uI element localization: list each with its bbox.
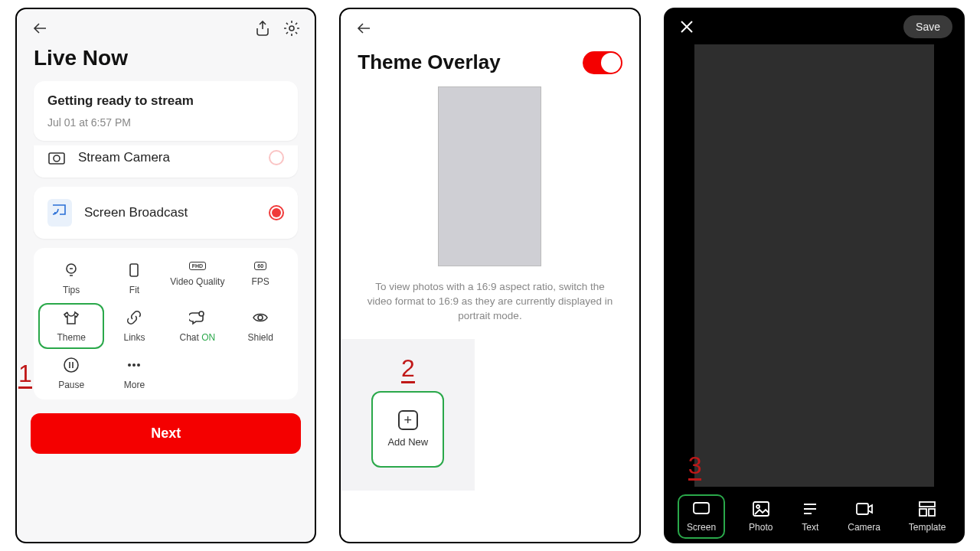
next-button[interactable]: Next	[31, 413, 301, 454]
options-grid: Tips Fit FHD Video Quality 60 FPS Theme	[34, 248, 298, 399]
svg-point-9	[132, 364, 136, 367]
svg-rect-15	[920, 502, 935, 507]
camera-icon	[855, 500, 874, 517]
svg-point-7	[64, 358, 78, 372]
back-button[interactable]	[31, 18, 51, 41]
radio-off-icon[interactable]	[269, 150, 284, 165]
svg-rect-11	[694, 503, 709, 514]
lightbulb-icon	[63, 262, 80, 279]
option-pause[interactable]: Pause	[41, 357, 101, 390]
pause-icon	[63, 357, 80, 373]
fhd-icon: FHD	[189, 262, 206, 270]
svg-point-5	[199, 311, 204, 316]
svg-point-13	[756, 505, 760, 508]
option-more[interactable]: More	[104, 357, 164, 390]
close-button[interactable]	[676, 16, 697, 37]
source-stream-camera[interactable]: Stream Camera	[34, 145, 298, 178]
header: Save	[665, 9, 963, 44]
settings-icon[interactable]	[283, 19, 301, 41]
screen-live-now: Live Now Getting ready to stream Jul 01 …	[15, 8, 316, 543]
option-video-quality[interactable]: FHD Video Quality	[168, 262, 227, 295]
page-title: Theme Overlay	[358, 51, 500, 74]
svg-point-2	[54, 155, 60, 161]
more-icon	[126, 357, 142, 373]
text-icon	[801, 500, 819, 517]
status-title: Getting ready to stream	[47, 93, 284, 109]
plus-icon: +	[398, 410, 418, 430]
option-fps[interactable]: 60 FPS	[230, 262, 290, 295]
editor-toolbar: Screen Photo Text Camera Template	[665, 491, 963, 542]
annotation-3: 3	[688, 452, 702, 481]
option-fit[interactable]: Fit	[104, 262, 164, 295]
shirt-icon	[63, 309, 80, 326]
svg-point-6	[258, 315, 263, 320]
overlay-toggle[interactable]	[583, 51, 622, 74]
status-timestamp: Jul 01 at 6:57 PM	[47, 116, 284, 129]
svg-rect-14	[857, 504, 868, 514]
fps-icon: 60	[254, 262, 266, 270]
tool-screen[interactable]: Screen	[678, 494, 725, 539]
source-label: Stream Camera	[78, 150, 170, 165]
option-links[interactable]: Links	[104, 309, 164, 343]
option-theme[interactable]: Theme	[38, 303, 104, 349]
svg-rect-1	[49, 153, 64, 164]
source-label: Screen Broadcast	[84, 205, 188, 220]
status-card: Getting ready to stream Jul 01 at 6:57 P…	[34, 81, 298, 141]
share-icon[interactable]	[253, 19, 272, 41]
screen-editor: Save 3 Screen Photo Text Camera T	[664, 8, 965, 543]
chat-icon	[189, 309, 206, 326]
screen-theme-overlay: Theme Overlay To view photos with a 16:9…	[339, 8, 640, 543]
tool-photo[interactable]: Photo	[744, 497, 777, 536]
header	[17, 9, 315, 41]
annotation-2: 2	[354, 354, 461, 383]
camera-icon	[47, 148, 66, 167]
tool-camera[interactable]: Camera	[843, 497, 885, 536]
svg-rect-4	[130, 264, 138, 276]
radio-on-icon[interactable]	[269, 205, 284, 220]
svg-point-8	[128, 364, 131, 367]
eye-icon	[252, 309, 269, 326]
page-title: Live Now	[17, 41, 315, 81]
svg-point-0	[289, 26, 294, 31]
add-new-area: 2 + Add New	[341, 339, 475, 491]
template-icon	[918, 500, 936, 517]
option-tips[interactable]: Tips	[41, 262, 101, 295]
header	[341, 9, 639, 47]
annotation-1: 1	[18, 360, 32, 389]
tool-template[interactable]: Template	[904, 497, 951, 536]
source-screen-broadcast[interactable]: Screen Broadcast	[34, 187, 298, 239]
cast-icon	[47, 199, 72, 227]
fit-icon	[126, 262, 142, 279]
option-chat[interactable]: Chat ON	[168, 309, 227, 343]
option-shield[interactable]: Shield	[230, 309, 290, 343]
svg-rect-16	[920, 509, 926, 516]
tool-text[interactable]: Text	[796, 497, 824, 536]
editor-canvas[interactable]	[694, 44, 934, 487]
link-icon	[126, 309, 142, 326]
svg-rect-17	[929, 509, 935, 516]
svg-point-10	[137, 364, 140, 367]
save-button[interactable]: Save	[903, 15, 952, 38]
help-text: To view photos with a 16:9 aspect ratio,…	[341, 266, 639, 339]
photo-icon	[752, 500, 770, 517]
back-button[interactable]	[354, 18, 374, 41]
overlay-preview	[438, 86, 541, 266]
screen-icon	[692, 500, 710, 517]
add-new-button[interactable]: + Add New	[371, 391, 444, 468]
